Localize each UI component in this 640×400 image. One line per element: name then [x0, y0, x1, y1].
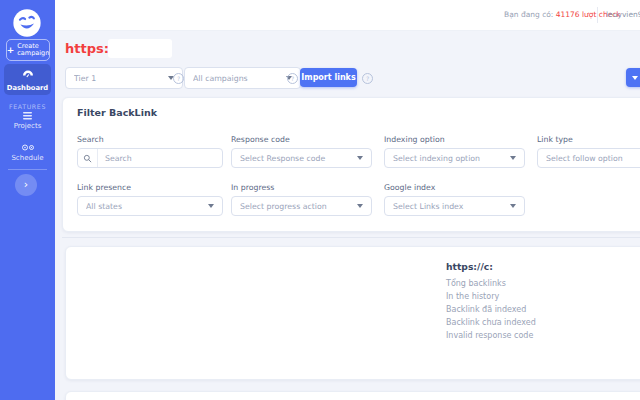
search-input[interactable]: Search: [77, 148, 223, 168]
stats-item: Backlink chưa indexed: [446, 316, 536, 329]
search-icon: [78, 149, 98, 167]
chevron-down-icon: [357, 204, 363, 208]
section-divider: [62, 237, 640, 238]
chevron-down-icon: [510, 204, 516, 208]
stats-url-heading: https://c:: [446, 261, 493, 272]
chevron-right-icon: ›: [24, 178, 28, 191]
schedule-label: Schedule: [0, 154, 55, 162]
partial-action-button[interactable]: [626, 68, 640, 87]
chevron-down-icon: [632, 76, 638, 80]
stats-card: https://c: Tổng backlinks In the history…: [65, 246, 640, 380]
sidebar: + Create campaign Dashboard FEATURES Pro…: [0, 0, 55, 400]
response-code-select[interactable]: Select Response code: [231, 148, 372, 168]
plus-icon: +: [7, 46, 15, 55]
select-value: Select follow option: [546, 154, 640, 163]
chevron-down-icon: [357, 156, 363, 160]
link-type-label: Link type: [537, 135, 573, 144]
url-redacted-area: [108, 39, 172, 58]
chevron-down-icon: [510, 156, 516, 160]
select-value: Select indexing option: [393, 154, 506, 163]
sidebar-divider: [8, 169, 47, 170]
help-icon[interactable]: ?: [287, 73, 298, 84]
filter-title: Filter BackLink: [77, 107, 157, 118]
link-presence-select[interactable]: All states: [77, 196, 223, 216]
topbar: Bạn đang có: 41176 lượt check leuyvien9: [55, 0, 640, 31]
logo-laughing-face-icon[interactable]: [11, 7, 43, 39]
sidebar-item-projects[interactable]: Projects: [0, 111, 55, 130]
create-campaign-label: Create campaign: [17, 43, 49, 58]
stats-item: In the history: [446, 290, 536, 303]
select-value: Select Response code: [240, 154, 353, 163]
topbar-divider: [597, 7, 598, 23]
filter-backlink-card: Filter BackLink Search Search Response c…: [62, 97, 640, 232]
link-presence-label: Link presence: [77, 183, 131, 192]
sidebar-item-schedule[interactable]: Schedule: [0, 143, 55, 162]
stats-item: Tổng backlinks: [446, 277, 536, 290]
sidebar-collapse-button[interactable]: ›: [15, 174, 37, 196]
gears-icon: [20, 143, 36, 152]
google-index-label: Google index: [384, 183, 435, 192]
app-window: + Create campaign Dashboard FEATURES Pro…: [0, 0, 640, 400]
link-type-select[interactable]: Select follow option: [537, 148, 640, 168]
select-value: Select Links index: [393, 202, 506, 211]
search-placeholder: Search: [98, 154, 214, 163]
username-text[interactable]: leuyvien9: [606, 10, 640, 19]
gauge-icon: [22, 69, 34, 79]
stats-item: Backlink đã indexed: [446, 303, 536, 316]
in-progress-label: In progress: [231, 183, 274, 192]
credits-text: Bạn đang có: 41176 lượt check: [504, 10, 621, 19]
features-section-label: FEATURES: [0, 103, 55, 110]
chevron-down-icon: [208, 204, 214, 208]
campaign-select[interactable]: All campaigns: [184, 67, 301, 89]
stats-item: Invalid response code: [446, 329, 536, 342]
response-code-label: Response code: [231, 135, 290, 144]
next-section-card: [65, 391, 640, 400]
help-icon[interactable]: ?: [362, 73, 373, 84]
list-icon: [22, 111, 33, 120]
select-value: All states: [86, 202, 204, 211]
help-icon[interactable]: ?: [173, 73, 184, 84]
select-value: Select progress action: [240, 202, 353, 211]
stats-list: Tổng backlinks In the history Backlink đ…: [446, 277, 536, 342]
dashboard-label: Dashboard: [4, 84, 51, 92]
search-label: Search: [77, 135, 104, 144]
indexing-option-label: Indexing option: [384, 135, 445, 144]
select-value: Tier 1: [74, 74, 164, 83]
in-progress-select[interactable]: Select progress action: [231, 196, 372, 216]
indexing-option-select[interactable]: Select indexing option: [384, 148, 525, 168]
sidebar-item-dashboard[interactable]: Dashboard: [4, 64, 51, 95]
projects-label: Projects: [0, 122, 55, 130]
select-value: All campaigns: [193, 74, 282, 83]
import-links-button[interactable]: Import links: [300, 68, 357, 87]
create-campaign-button[interactable]: + Create campaign: [6, 39, 50, 61]
tier-select[interactable]: Tier 1: [65, 67, 183, 89]
google-index-select[interactable]: Select Links index: [384, 196, 525, 216]
